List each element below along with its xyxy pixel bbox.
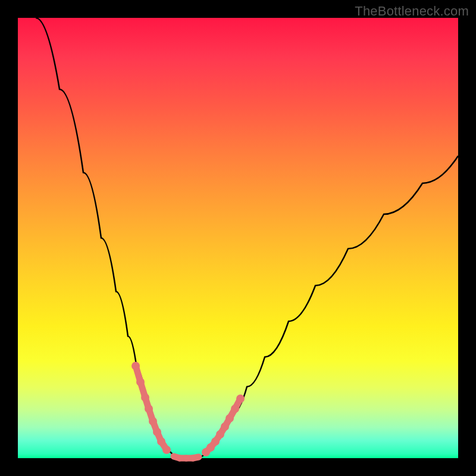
marker-dot — [171, 453, 177, 459]
marker-dot — [162, 446, 171, 454]
curve-curve-left — [36, 18, 180, 458]
marker-dot — [153, 428, 161, 436]
marker-dot — [157, 437, 165, 446]
marker-dot — [216, 430, 224, 439]
marker-dot — [196, 454, 202, 460]
marker-dot — [231, 405, 239, 413]
marker-dot — [177, 455, 183, 461]
watermark-text: TheBottleneck.com — [355, 4, 469, 19]
marker-dot — [141, 393, 149, 402]
marker-dot — [211, 437, 220, 446]
marker-dot — [226, 414, 234, 422]
marker-group — [131, 362, 245, 461]
marker-dot — [145, 405, 153, 413]
chart-svg — [18, 18, 458, 458]
marker-dot — [190, 455, 196, 461]
marker-dot — [183, 455, 189, 461]
marker-dot — [149, 417, 157, 425]
curve-group — [36, 18, 458, 458]
marker-dot — [131, 362, 140, 370]
marker-dot — [136, 378, 145, 386]
marker-dot — [221, 422, 229, 431]
marker-dot — [236, 394, 245, 403]
